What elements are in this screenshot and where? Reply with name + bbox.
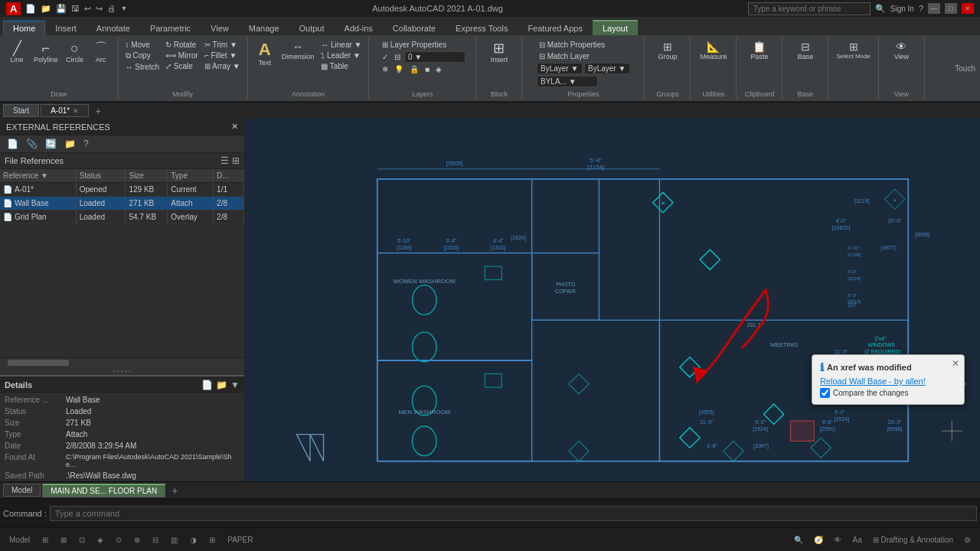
tab-insert[interactable]: Insert	[45, 21, 87, 35]
tab-express[interactable]: Express Tools	[446, 21, 518, 35]
leader-button[interactable]: ⤵ Leader ▼	[318, 51, 364, 60]
col-size[interactable]: Size	[126, 169, 168, 182]
status-nav-btn[interactable]: 🧭	[811, 534, 826, 546]
status-otrack-btn[interactable]: ⊕	[131, 534, 143, 546]
col-status[interactable]: Status	[77, 169, 126, 182]
match-properties-button[interactable]: ⊟	[392, 52, 403, 62]
file-refs-tree-icon[interactable]: ⊞	[232, 155, 240, 166]
dimension-button[interactable]: ↔Dimension	[279, 40, 318, 62]
status-sel-btn[interactable]: ⊞	[206, 534, 218, 546]
linear-button[interactable]: ↔ Linear ▼	[318, 40, 364, 50]
status-dynin-btn[interactable]: ⊟	[149, 534, 162, 546]
status-model-btn[interactable]: Model	[6, 534, 33, 546]
measure-button[interactable]: 📐Measure	[697, 40, 730, 62]
status-snap-btn[interactable]: ⊠	[57, 534, 70, 546]
status-ortho-btn[interactable]: ⊡	[76, 534, 88, 546]
quick-access-redo[interactable]: ↪	[96, 4, 103, 14]
signin-label[interactable]: Sign In	[890, 5, 914, 13]
match-properties-ribbon-button[interactable]: ⊟ Match Properties	[537, 40, 607, 50]
select-mode-button[interactable]: ⊞Select Mode	[833, 40, 873, 61]
tab-view[interactable]: View	[201, 21, 239, 35]
move-button[interactable]: ↕ Move	[123, 40, 162, 50]
quick-access-saveas[interactable]: 🖫	[71, 4, 80, 13]
new-layout-button[interactable]: +	[167, 483, 182, 498]
circle-button[interactable]: ○Circle	[63, 40, 87, 65]
canvas-area[interactable]: [3505] 5'-4" [2134] [1626] 5'-10" 3'-4" …	[245, 119, 980, 481]
layer-properties-button[interactable]: ⊞ Layer Properties	[380, 40, 449, 50]
bylayer-dropdown[interactable]: ByLayer ▼	[537, 63, 583, 74]
details-icon-1[interactable]: 📄	[201, 380, 213, 390]
tab-home[interactable]: Home	[3, 21, 45, 35]
maximize-btn[interactable]: □	[945, 3, 957, 14]
mirror-button[interactable]: ⟺ Mirror	[163, 51, 201, 60]
bylayer3-dropdown[interactable]: BYLA... ▼	[537, 76, 598, 87]
status-ws-btn[interactable]: ⊞ Drafting & Annotation	[870, 534, 956, 546]
tab-featured[interactable]: Featured Apps	[518, 21, 593, 35]
panel-refresh-btn[interactable]: 🔄	[43, 138, 59, 150]
panel-resize-handle[interactable]: • • • • •	[0, 367, 244, 375]
notification-compare-checkbox[interactable]	[820, 388, 830, 398]
col-d[interactable]: D...	[214, 169, 244, 182]
stretch-button[interactable]: ↔ Stretch	[123, 62, 162, 72]
fillet-button[interactable]: ⌐ Fillet ▼	[202, 51, 243, 60]
quick-access-open[interactable]: 📁	[41, 4, 51, 14]
search-icon[interactable]: 🔍	[875, 4, 886, 14]
new-tab-button[interactable]: +	[90, 103, 106, 119]
panel-folder-btn[interactable]: 📁	[62, 138, 78, 150]
arc-button[interactable]: ⌒Arc	[89, 40, 113, 65]
status-anno-btn[interactable]: Aa	[849, 534, 864, 546]
status-view-btn[interactable]: 👁	[831, 534, 844, 546]
layer-dropdown[interactable]: 0 ▼	[404, 51, 466, 63]
close-btn[interactable]: ✕	[962, 3, 974, 14]
file-refs-list-icon[interactable]: ☰	[220, 155, 229, 166]
layer-color-button[interactable]: ■	[423, 64, 432, 74]
make-current-button[interactable]: ✓	[380, 52, 390, 62]
ref-row-gridplan[interactable]: 📄 Grid Plan Loaded 54.7 KB Overlay 2/8	[0, 210, 244, 224]
paste-button[interactable]: 📋Paste	[747, 40, 772, 62]
quick-access-new[interactable]: 📄	[25, 4, 36, 14]
minimize-btn[interactable]: —	[928, 3, 940, 14]
panel-hscroll[interactable]	[0, 357, 244, 367]
quick-access-save[interactable]: 💾	[56, 4, 67, 14]
layout-tab-floorplan[interactable]: MAIN AND SE... FLOOR PLAN	[42, 484, 165, 497]
tab-collaborate[interactable]: Collaborate	[383, 21, 446, 35]
notification-close-btn[interactable]: ✕	[952, 358, 959, 369]
tab-start[interactable]: Start	[3, 104, 39, 117]
help-icon[interactable]: ?	[919, 4, 923, 13]
quick-access-customize[interactable]: ▼	[120, 5, 127, 12]
bylayer2-dropdown[interactable]: ByLayer ▼	[584, 63, 630, 74]
tab-parametric[interactable]: Parametric	[140, 21, 201, 35]
table-button[interactable]: ▦ Table	[318, 61, 364, 71]
match-layer-button[interactable]: ⊟ Match Layer	[537, 51, 592, 61]
status-lw-btn[interactable]: ▥	[168, 534, 181, 546]
tab-layout[interactable]: Layout	[593, 20, 638, 35]
panel-close-icon[interactable]: ✕	[231, 122, 238, 132]
ref-row-wallbase[interactable]: 📄 Wall Base Loaded 271 KB Attach 2/8	[0, 197, 244, 210]
status-trans-btn[interactable]: ◑	[187, 534, 200, 546]
panel-help-btn[interactable]: ?	[81, 138, 91, 150]
line-button[interactable]: ╱Line	[5, 40, 29, 65]
view-button[interactable]: 👁View	[889, 40, 913, 62]
layout-tab-model[interactable]: Model	[3, 484, 41, 497]
touch-label[interactable]: Touch	[955, 64, 975, 73]
quick-access-print[interactable]: 🖨	[107, 4, 116, 13]
trim-button[interactable]: ✂ Trim ▼	[202, 40, 243, 50]
tab-annotate[interactable]: Annotate	[87, 21, 140, 35]
panel-attach-btn[interactable]: 📎	[24, 138, 40, 150]
ref-row-a01[interactable]: 📄 A-01* Opened 129 KB Current 1/1	[0, 183, 244, 197]
layer-off-button[interactable]: 💡	[392, 64, 406, 74]
status-zoom-btn[interactable]: 🔍	[791, 534, 806, 546]
col-type[interactable]: Type	[168, 169, 214, 182]
status-osnap-btn[interactable]: ⊙	[113, 534, 125, 546]
tab-a01-close[interactable]: ✕	[73, 107, 79, 115]
text-button[interactable]: AText	[253, 40, 277, 68]
layer-freeze-button[interactable]: ❄	[380, 64, 390, 74]
tab-output[interactable]: Output	[289, 21, 335, 35]
quick-access-undo[interactable]: ↩	[84, 4, 91, 14]
panel-new-btn[interactable]: 📄	[5, 138, 21, 150]
rotate-button[interactable]: ↻ Rotate	[163, 40, 201, 50]
scale-button[interactable]: ⤢ Scale	[163, 61, 201, 71]
tab-a01[interactable]: A-01* ✕	[41, 104, 89, 117]
insert-button[interactable]: ⊞Insert	[487, 40, 511, 65]
ribbon-search-input[interactable]	[748, 2, 871, 15]
